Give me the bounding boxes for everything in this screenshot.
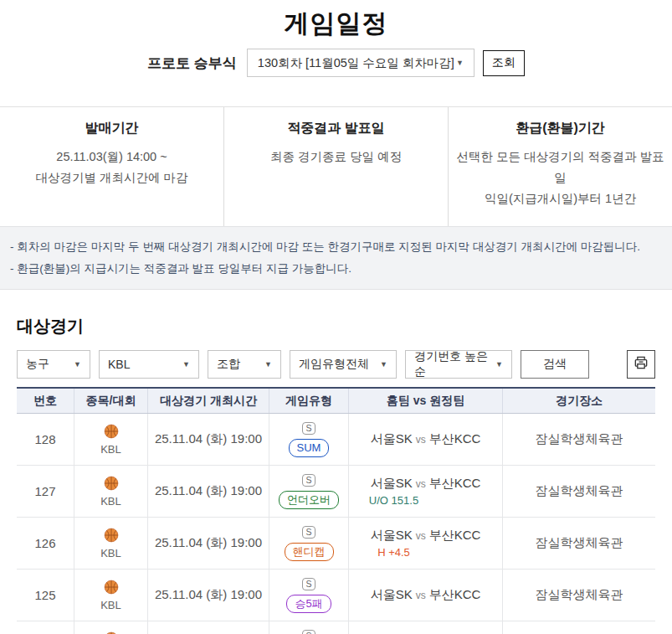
- header-teams: 홈팀 vs 원정팀: [348, 389, 502, 413]
- table-header-row: 번호 종목/대회 대상경기 개최시간 게임유형 홈팀 vs 원정팀 경기장소: [17, 389, 655, 414]
- game-type-cell: S 언더오버: [269, 466, 348, 518]
- info-title: 적중결과 발표일: [231, 120, 441, 137]
- teams-cell: 서울SKvs부산KCC U/O 151.5: [348, 466, 502, 518]
- venue: 잠실학생체육관: [502, 466, 655, 518]
- table-body: 128 KBL 25.11.04 (화) 19:00 S SUM 서울SKvs부…: [17, 414, 655, 634]
- sale-info-strip: 발매기간 25.11.03(월) 14:00 ~ 대상경기별 개최시간에 마감 …: [0, 106, 672, 226]
- handicap-sum-value: H +4.5: [377, 546, 410, 559]
- notice-line: - 회차의 마감은 마지막 두 번째 대상경기 개최시간에 마감 또는 한경기구…: [10, 236, 662, 258]
- print-button[interactable]: [627, 350, 655, 379]
- chevron-down-icon: ▼: [264, 360, 272, 369]
- start-time: 25.11.04 (화) 19:00: [147, 621, 269, 634]
- game-type-select-value: 게임유형전체: [299, 357, 369, 372]
- info-line: 익일(지급개시일)부터 1년간: [455, 188, 665, 209]
- teams-cell: 서울SKvs부산KCC: [348, 621, 502, 634]
- search-button[interactable]: 검색: [521, 350, 589, 379]
- game-type-badge: SUM: [289, 439, 330, 457]
- round-selector-row: 프로토 승부식 130회차 [11월05일 수요일 회차마감] ▼ 조회: [0, 49, 672, 77]
- game-schedule-page: 게임일정 프로토 승부식 130회차 [11월05일 수요일 회차마감] ▼ 조…: [0, 0, 672, 634]
- game-type-badge: 승5패: [286, 595, 331, 613]
- basketball-icon: [104, 631, 119, 634]
- handicap-sum-value: U/O 151.5: [369, 494, 418, 507]
- header-start-time: 대상경기 개최시간: [147, 389, 269, 413]
- info-line: 25.11.03(월) 14:00 ~: [7, 147, 217, 168]
- page-title: 게임일정: [0, 0, 672, 40]
- game-type-cell: S SUM: [269, 414, 348, 466]
- info-col-refund-period: 환급(환불)기간 선택한 모든 대상경기의 적중결과 발표일 익일(지급개시일)…: [448, 107, 672, 226]
- sport-league-cell: KBL: [74, 570, 147, 621]
- notice-box: - 회차의 마감은 마지막 두 번째 대상경기 개최시간에 마감 또는 한경기구…: [0, 226, 672, 290]
- basketball-icon: [104, 476, 119, 493]
- league-select-value: KBL: [108, 358, 130, 371]
- league-name: KBL: [100, 443, 121, 456]
- chevron-down-icon: ▼: [380, 360, 387, 369]
- chevron-down-icon: ▼: [495, 360, 503, 369]
- sort-select-value: 경기번호 높은순: [414, 349, 495, 379]
- info-title: 환급(환불)기간: [455, 120, 665, 137]
- start-time: 25.11.04 (화) 19:00: [147, 570, 269, 621]
- single-chip-icon: S: [302, 630, 315, 634]
- game-type-badge: 핸디캡: [285, 543, 334, 561]
- venue: 잠실학생체육관: [502, 518, 655, 570]
- away-team: 부산KCC: [429, 528, 481, 542]
- vs-label: vs: [416, 434, 426, 446]
- match-teams: 서울SKvs부산KCC: [371, 528, 481, 544]
- round-selector-label: 프로토 승부식: [147, 54, 237, 73]
- single-chip-icon: S: [302, 422, 315, 435]
- match-teams: 서울SKvs부산KCC: [371, 587, 481, 603]
- info-col-result-date: 적중결과 발표일 최종 경기종료 당일 예정: [223, 107, 448, 226]
- round-select-dropdown[interactable]: 130회차 [11월05일 수요일 회차마감] ▼: [247, 49, 475, 77]
- home-team: 서울SK: [371, 587, 413, 601]
- info-title: 발매기간: [7, 120, 217, 137]
- table-row: 128 KBL 25.11.04 (화) 19:00 S SUM 서울SKvs부…: [17, 414, 655, 466]
- away-team: 부산KCC: [429, 587, 481, 601]
- game-number: 125: [17, 570, 74, 621]
- info-line: 대상경기별 개최시간에 마감: [7, 168, 217, 188]
- table-row: 127 KBL 25.11.04 (화) 19:00 S 언더오버 서울SKvs…: [17, 466, 655, 518]
- single-chip-icon: S: [302, 526, 315, 539]
- single-chip-icon: S: [302, 578, 315, 590]
- vs-label: vs: [416, 478, 426, 490]
- chevron-down-icon: ▼: [182, 360, 190, 369]
- match-teams: 서울SKvs부산KCC: [371, 431, 481, 447]
- home-team: 서울SK: [371, 528, 413, 542]
- vs-label: vs: [416, 590, 426, 601]
- away-team: 부산KCC: [429, 431, 481, 446]
- header-venue: 경기장소: [502, 389, 655, 413]
- inquiry-button[interactable]: 조회: [483, 50, 525, 76]
- header-sport-league: 종목/대회: [74, 389, 147, 413]
- game-type-cell: S 일반: [269, 621, 348, 634]
- notice-line: - 환급(환불)의 지급시기는 적중결과 발표 당일부터 지급 가능합니다.: [10, 258, 662, 280]
- basketball-icon: [104, 528, 119, 545]
- game-number: 128: [17, 414, 74, 466]
- game-number: 124: [17, 621, 74, 634]
- basketball-icon: [104, 424, 119, 441]
- info-col-sale-period: 발매기간 25.11.03(월) 14:00 ~ 대상경기별 개최시간에 마감: [0, 107, 223, 226]
- single-chip-icon: S: [302, 474, 315, 487]
- sport-league-cell: KBL: [74, 414, 147, 466]
- filter-row: 농구▼ KBL▼ 조합▼ 게임유형전체▼ 경기번호 높은순▼ 검색: [17, 350, 655, 379]
- chevron-down-icon: ▼: [74, 360, 81, 369]
- sort-select[interactable]: 경기번호 높은순▼: [405, 350, 512, 379]
- games-table: 번호 종목/대회 대상경기 개최시간 게임유형 홈팀 vs 원정팀 경기장소 1…: [17, 387, 655, 634]
- league-name: KBL: [100, 547, 121, 559]
- sport-select[interactable]: 농구▼: [17, 350, 90, 379]
- home-team: 서울SK: [371, 431, 413, 446]
- league-select[interactable]: KBL▼: [99, 350, 199, 379]
- target-games-section-title: 대상경기: [17, 315, 672, 338]
- combo-select[interactable]: 조합▼: [208, 350, 281, 379]
- info-line: 선택한 모든 대상경기의 적중결과 발표일: [455, 147, 665, 188]
- teams-cell: 서울SKvs부산KCC: [348, 414, 502, 466]
- game-type-select[interactable]: 게임유형전체▼: [290, 350, 397, 379]
- start-time: 25.11.04 (화) 19:00: [147, 466, 269, 518]
- game-type-cell: S 승5패: [269, 570, 348, 621]
- venue: 잠실학생체육관: [502, 414, 655, 466]
- chevron-down-icon: ▼: [456, 59, 464, 67]
- match-teams: 서울SKvs부산KCC: [371, 476, 481, 492]
- sport-league-cell: KBL: [74, 466, 147, 518]
- table-row: 124 KBL 25.11.04 (화) 19:00 S 일반 서울SKvs부산…: [17, 621, 655, 634]
- game-type-cell: S 핸디캡: [269, 518, 348, 570]
- header-number: 번호: [17, 389, 74, 413]
- table-row: 126 KBL 25.11.04 (화) 19:00 S 핸디캡 서울SKvs부…: [17, 518, 655, 570]
- game-type-badge: 언더오버: [279, 491, 339, 509]
